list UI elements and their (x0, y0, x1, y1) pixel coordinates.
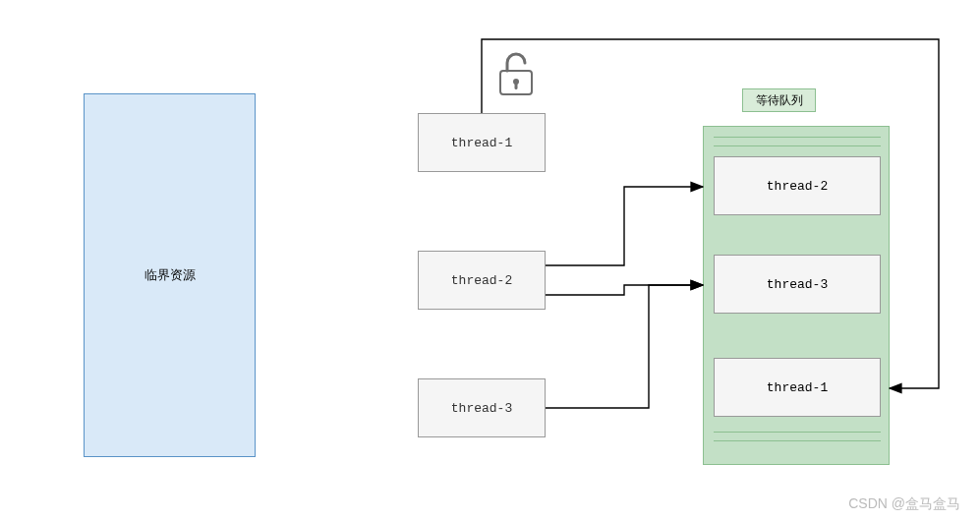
thread-3-label: thread-3 (451, 401, 512, 416)
critical-resource-box: 临界资源 (84, 93, 256, 457)
lock-open-icon (491, 49, 537, 102)
svg-rect-1 (515, 83, 518, 89)
arrow-t2-to-q1 (546, 187, 703, 265)
thread-2-label: thread-2 (451, 273, 512, 288)
queue-gap (714, 137, 881, 146)
queue-slot-1: thread-2 (714, 156, 881, 215)
queue-item-1: thread-2 (767, 179, 828, 194)
watermark-text: CSDN @盒马盒马 (848, 495, 960, 511)
queue-item-3: thread-1 (767, 380, 828, 395)
queue-slot-2: thread-3 (714, 255, 881, 314)
watermark: CSDN @盒马盒马 (848, 495, 960, 513)
arrow-t3-to-q2 (546, 285, 703, 408)
wait-queue: thread-2 thread-3 thread-1 (703, 126, 890, 465)
thread-3-box: thread-3 (418, 378, 546, 437)
thread-1-label: thread-1 (451, 136, 512, 150)
thread-2-box: thread-2 (418, 251, 546, 310)
queue-gap (714, 432, 881, 441)
queue-slot-3: thread-1 (714, 358, 881, 417)
wait-queue-label-box: 等待队列 (742, 88, 816, 112)
critical-resource-label: 临界资源 (144, 266, 196, 284)
wait-queue-label: 等待队列 (756, 92, 803, 109)
arrow-t2-to-q2 (546, 285, 703, 295)
queue-item-2: thread-3 (767, 277, 828, 292)
thread-1-box: thread-1 (418, 113, 546, 172)
